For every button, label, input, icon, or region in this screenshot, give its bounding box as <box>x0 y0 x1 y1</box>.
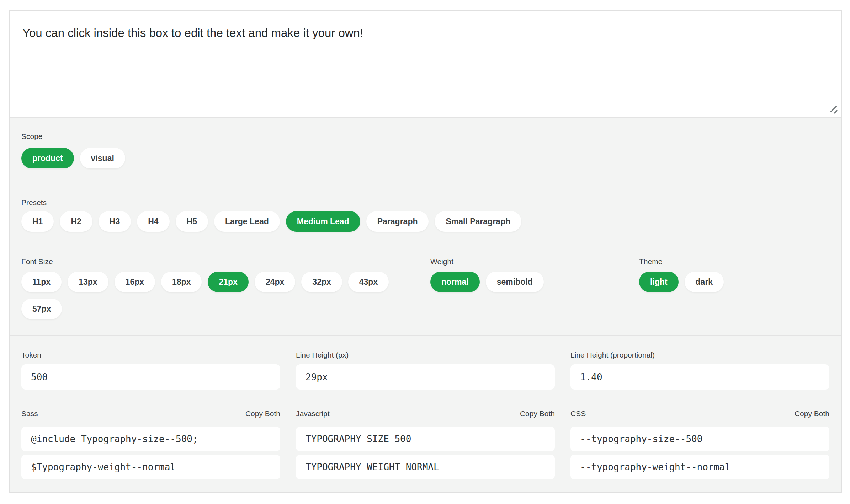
line-height-proportional-field: Line Height (proportional) 1.40 <box>570 351 829 390</box>
token-fields-row: Token 500 Line Height (px) 29px Line Hei… <box>21 351 829 390</box>
presets-label: Presets <box>21 198 829 207</box>
preset-option-medium-lead[interactable]: Medium Lead <box>286 211 360 232</box>
theme-option-dark[interactable]: dark <box>685 272 724 292</box>
font-size-option-43px[interactable]: 43px <box>348 272 389 292</box>
preset-option-h4[interactable]: H4 <box>137 211 169 232</box>
css-label: CSS <box>570 409 586 418</box>
css-column: CSS Copy Both --typography-size--500 --t… <box>570 409 829 483</box>
font-size-option-32px[interactable]: 32px <box>301 272 342 292</box>
css-weight-code[interactable]: --typography-weight--normal <box>570 455 829 479</box>
token-field: Token 500 <box>21 351 280 390</box>
weight-option-normal[interactable]: normal <box>430 272 480 292</box>
sass-copy-both-link[interactable]: Copy Both <box>245 409 280 418</box>
font-size-option-24px[interactable]: 24px <box>255 272 295 292</box>
textarea-resize-handle-icon[interactable] <box>828 104 838 114</box>
font-size-option-21px[interactable]: 21px <box>208 272 248 292</box>
weight-options-row: normal semibold <box>430 272 639 292</box>
preview-textarea[interactable]: You can click inside this box to edit th… <box>10 11 841 117</box>
scope-option-visual[interactable]: visual <box>80 148 125 168</box>
css-size-code[interactable]: --typography-size--500 <box>570 427 829 451</box>
scope-group: Scope product visual <box>21 132 829 168</box>
weight-label: Weight <box>430 257 639 266</box>
sass-size-code[interactable]: @include Typography-size--500; <box>21 427 280 451</box>
scope-options-row: product visual <box>21 148 829 168</box>
sass-label: Sass <box>21 409 38 418</box>
font-size-option-11px[interactable]: 11px <box>21 272 62 292</box>
token-value-input[interactable]: 500 <box>21 364 280 390</box>
line-height-px-field: Line Height (px) 29px <box>296 351 555 390</box>
controls-columns: Font Size 11px 13px 16px 18px 21px 24px … <box>21 257 829 319</box>
css-copy-both-link[interactable]: Copy Both <box>795 409 829 418</box>
font-size-label: Font Size <box>21 257 430 266</box>
line-height-px-input[interactable]: 29px <box>296 364 555 390</box>
theme-label: Theme <box>639 257 829 266</box>
typography-playground-card: You can click inside this box to edit th… <box>9 10 842 493</box>
javascript-label: Javascript <box>296 409 330 418</box>
presets-options-row: H1 H2 H3 H4 H5 Large Lead Medium Lead Pa… <box>21 211 829 232</box>
preset-option-large-lead[interactable]: Large Lead <box>214 211 280 232</box>
outputs-section: Token 500 Line Height (px) 29px Line Hei… <box>10 335 841 490</box>
font-size-option-16px[interactable]: 16px <box>115 272 155 292</box>
font-size-group: Font Size 11px 13px 16px 18px 21px 24px … <box>21 257 430 319</box>
presets-group: Presets H1 H2 H3 H4 H5 Large Lead Medium… <box>21 198 829 232</box>
css-header: CSS Copy Both <box>570 409 829 418</box>
font-size-options-row: 11px 13px 16px 18px 21px 24px 32px 43px … <box>21 272 423 319</box>
theme-group: Theme light dark <box>639 257 829 319</box>
typography-playground-page: You can click inside this box to edit th… <box>0 0 850 504</box>
controls-section: Scope product visual Presets H1 H2 H3 H4… <box>10 117 841 335</box>
font-size-option-18px[interactable]: 18px <box>161 272 202 292</box>
javascript-header: Javascript Copy Both <box>296 409 555 418</box>
preset-option-h3[interactable]: H3 <box>99 211 131 232</box>
javascript-weight-code[interactable]: TYPOGRAPHY_WEIGHT_NORMAL <box>296 455 555 479</box>
scope-option-product[interactable]: product <box>21 148 74 168</box>
font-size-option-57px[interactable]: 57px <box>21 299 62 319</box>
theme-option-light[interactable]: light <box>639 272 679 292</box>
javascript-size-code[interactable]: TYPOGRAPHY_SIZE_500 <box>296 427 555 451</box>
sass-column: Sass Copy Both @include Typography-size-… <box>21 409 280 483</box>
sass-header: Sass Copy Both <box>21 409 280 418</box>
javascript-column: Javascript Copy Both TYPOGRAPHY_SIZE_500… <box>296 409 555 483</box>
line-height-proportional-label: Line Height (proportional) <box>570 351 829 359</box>
javascript-copy-both-link[interactable]: Copy Both <box>520 409 555 418</box>
scope-label: Scope <box>21 132 829 141</box>
token-label: Token <box>21 351 280 359</box>
preset-option-paragraph[interactable]: Paragraph <box>366 211 429 232</box>
code-outputs-row: Sass Copy Both @include Typography-size-… <box>21 409 829 483</box>
line-height-px-label: Line Height (px) <box>296 351 555 359</box>
preset-option-small-paragraph[interactable]: Small Paragraph <box>435 211 521 232</box>
preview-section: You can click inside this box to edit th… <box>10 11 841 117</box>
font-size-option-13px[interactable]: 13px <box>68 272 108 292</box>
weight-option-semibold[interactable]: semibold <box>486 272 544 292</box>
preset-option-h5[interactable]: H5 <box>176 211 208 232</box>
preset-option-h1[interactable]: H1 <box>21 211 54 232</box>
weight-group: Weight normal semibold <box>430 257 639 319</box>
preset-option-h2[interactable]: H2 <box>60 211 92 232</box>
sass-weight-code[interactable]: $Typography-weight--normal <box>21 455 280 479</box>
theme-options-row: light dark <box>639 272 829 292</box>
line-height-proportional-input[interactable]: 1.40 <box>570 364 829 390</box>
